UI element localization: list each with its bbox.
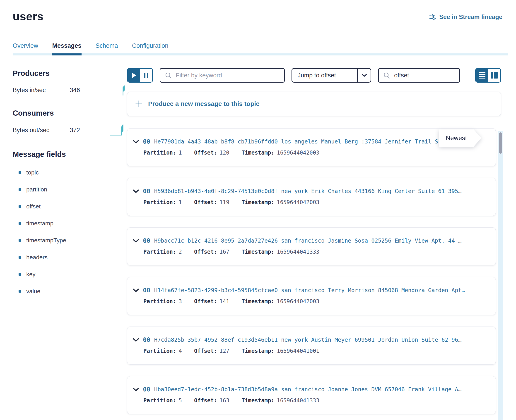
- offset-value: 163: [219, 397, 229, 404]
- bytes-out-stat: Bytes out/sec 372: [13, 124, 127, 136]
- bytes-in-stat: Bytes in/sec 346: [13, 84, 127, 96]
- bytes-in-value: 346: [70, 87, 80, 94]
- tab-schema[interactable]: Schema: [96, 42, 118, 55]
- offset-search-wrapper: [378, 68, 460, 82]
- bullet-icon: [19, 222, 21, 225]
- message-key: H5936db81-b943-4e0f-8c29-74513e0c0d8f ne…: [154, 188, 490, 194]
- tab-track: [13, 53, 508, 55]
- expand-chevron-icon[interactable]: [133, 388, 139, 391]
- pause-button[interactable]: [140, 69, 152, 82]
- message-list-scrollbar[interactable]: [498, 131, 503, 420]
- message-row[interactable]: 00 H9bacc71c-b12c-4216-8e95-2a7da727e426…: [127, 227, 496, 265]
- filter-input-wrapper: [160, 68, 285, 82]
- field-item-timestamp: timestamp: [19, 220, 127, 227]
- key-glyph-icon: 00: [143, 287, 150, 294]
- list-view-icon: [479, 72, 485, 79]
- tab-configuration[interactable]: Configuration: [132, 42, 169, 55]
- field-item-topic: topic: [19, 169, 127, 176]
- newest-tooltip-label: Newest: [439, 129, 474, 147]
- active-tab-indicator: [52, 53, 82, 55]
- tab-overview[interactable]: Overview: [13, 42, 38, 55]
- message-row[interactable]: 00 H14fa67fe-5823-4299-b3c4-595845cfcae0…: [127, 277, 496, 315]
- view-mode-toggle: [475, 68, 501, 82]
- timestamp-value: 1659644041333: [277, 397, 319, 404]
- message-meta: Partition:5 Offset:163 Timestamp:1659644…: [143, 397, 490, 404]
- bullet-icon: [19, 188, 21, 191]
- pause-icon: [144, 73, 148, 78]
- bytes-in-label: Bytes in/sec: [13, 87, 70, 94]
- message-row[interactable]: 00 Hba30eed7-1edc-452b-8b1a-738d3b5d8a9a…: [127, 376, 496, 414]
- page-header: users See in Stream lineage: [0, 0, 516, 23]
- key-glyph-icon: 00: [143, 237, 150, 244]
- offset-value: 119: [219, 199, 229, 205]
- play-icon: [132, 73, 136, 78]
- offset-value: 167: [219, 249, 229, 255]
- jump-to-offset-select[interactable]: Jump to offset: [292, 68, 371, 82]
- expand-chevron-icon[interactable]: [133, 239, 139, 243]
- split-view-button[interactable]: [488, 69, 500, 82]
- message-fields-heading: Message fields: [13, 150, 127, 159]
- key-glyph-icon: 00: [143, 138, 150, 145]
- play-button[interactable]: [128, 69, 140, 82]
- partition-value: 1: [179, 199, 182, 205]
- scrollbar-thumb[interactable]: [499, 132, 503, 154]
- stream-lineage-label: See in Stream lineage: [439, 14, 502, 21]
- bullet-icon: [19, 171, 21, 174]
- message-key: H14fa67fe-5823-4299-b3c4-595845cfcae0 sa…: [154, 287, 490, 293]
- message-meta: Partition:3 Offset:141 Timestamp:1659644…: [143, 298, 490, 305]
- key-glyph-icon: 00: [143, 336, 150, 343]
- message-key: H7cda825b-35b7-4952-88ef-c193d546eb11 ne…: [154, 337, 490, 343]
- message-meta: Partition:1 Offset:119 Timestamp:1659644…: [143, 199, 490, 205]
- sidebar: Producers Bytes in/sec 346 Consumers Byt…: [13, 68, 127, 420]
- field-item-timestampType: timestampType: [19, 237, 127, 244]
- search-icon: [383, 72, 390, 79]
- partition-value: 2: [179, 249, 182, 255]
- tab-messages[interactable]: Messages: [52, 42, 82, 55]
- expand-chevron-icon[interactable]: [133, 289, 139, 292]
- tab-bar: Overview Messages Schema Configuration: [0, 42, 516, 55]
- message-meta: Partition:2 Offset:167 Timestamp:1659644…: [143, 249, 490, 255]
- bullet-icon: [19, 256, 21, 259]
- bytes-in-sparkline: [121, 84, 126, 96]
- plus-icon: [135, 100, 143, 108]
- partition-value: 5: [179, 397, 182, 404]
- field-item-key: key: [19, 271, 127, 278]
- timestamp-value: 1659644042003: [277, 150, 319, 156]
- page-title: users: [13, 10, 44, 23]
- jump-to-offset-label: Jump to offset: [292, 69, 357, 82]
- partition-value: 1: [179, 150, 182, 156]
- message-row[interactable]: 00 H5936db81-b943-4e0f-8c29-74513e0c0d8f…: [127, 178, 496, 216]
- content: Producers Bytes in/sec 346 Consumers Byt…: [0, 55, 516, 420]
- stream-lineage-link[interactable]: See in Stream lineage: [429, 14, 502, 21]
- main-panel: Jump to offset: [127, 68, 516, 420]
- expand-chevron-icon[interactable]: [133, 189, 139, 193]
- field-item-offset: offset: [19, 203, 127, 210]
- expand-chevron-icon[interactable]: [133, 338, 139, 342]
- timestamp-value: 1659644042003: [277, 298, 319, 305]
- bullet-icon: [19, 205, 21, 208]
- field-item-partition: partition: [19, 186, 127, 193]
- key-glyph-icon: 00: [143, 188, 150, 195]
- partition-value: 4: [179, 348, 182, 354]
- message-row[interactable]: 00 H7cda825b-35b7-4952-88ef-c193d546eb11…: [127, 327, 496, 365]
- offset-value: 120: [219, 150, 229, 156]
- bytes-out-label: Bytes out/sec: [13, 127, 70, 134]
- bullet-icon: [19, 290, 21, 292]
- message-meta: Partition:4 Offset:127 Timestamp:1659644…: [143, 348, 490, 354]
- field-item-headers: headers: [19, 254, 127, 261]
- bytes-out-value: 372: [70, 127, 80, 134]
- message-key: H9bacc71c-b12c-4216-8e95-2a7da727e426 sa…: [154, 237, 490, 244]
- produce-message-label: Produce a new message to this topic: [148, 100, 260, 107]
- producers-heading: Producers: [13, 69, 127, 78]
- bullet-icon: [19, 239, 21, 242]
- key-glyph-icon: 00: [143, 386, 150, 393]
- produce-message-button[interactable]: Produce a new message to this topic: [127, 92, 501, 116]
- message-meta: Partition:1 Offset:120 Timestamp:1659644…: [143, 150, 490, 156]
- play-pause-toggle: [127, 68, 153, 82]
- stream-lineage-icon: [429, 14, 436, 20]
- expand-chevron-icon[interactable]: [133, 140, 139, 143]
- offset-search-input[interactable]: [394, 72, 455, 79]
- bullet-icon: [19, 273, 21, 276]
- list-view-button[interactable]: [476, 69, 488, 82]
- filter-keyword-input[interactable]: [175, 72, 279, 79]
